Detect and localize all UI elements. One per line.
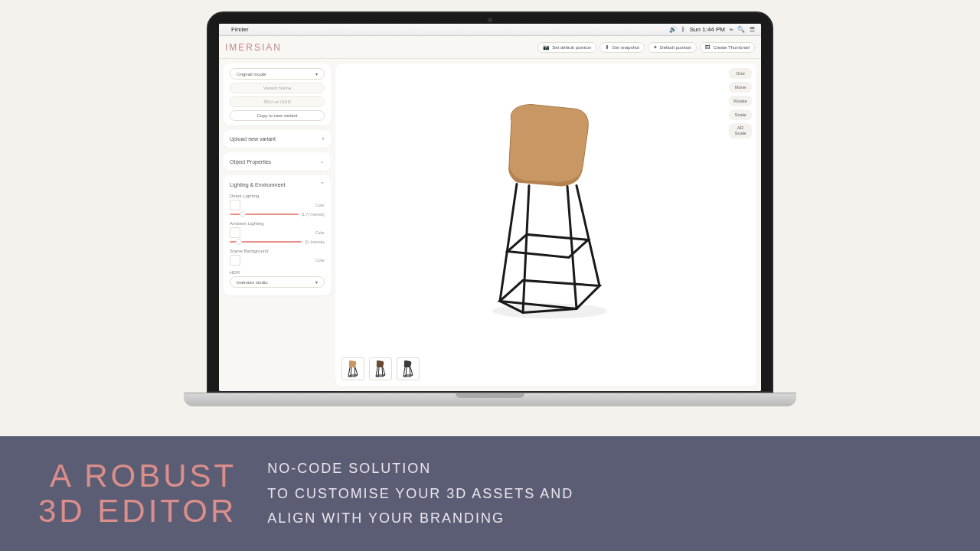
bluetooth-icon[interactable]: ᛒ	[681, 26, 685, 33]
model-dropdown[interactable]: Original model ▾	[230, 68, 325, 80]
hdr-label: HDR	[230, 270, 325, 275]
upload-variant-panel: Upload new variant +	[224, 130, 331, 148]
get-snapshot-button[interactable]: ⬇ Get snapshot	[599, 42, 645, 53]
scene-bg-row: Color	[230, 255, 325, 266]
menu-icon[interactable]: ☰	[750, 26, 755, 33]
promo-title-line-2: 3D EDITOR	[38, 494, 237, 529]
model-dropdown-label: Original model	[237, 72, 266, 77]
volume-icon[interactable]: 🔊	[669, 26, 677, 33]
grid-tool[interactable]: Grid	[729, 68, 752, 79]
variant-name-input[interactable]: Variant Name	[230, 83, 325, 93]
direct-intensity-row: (1.7) Intensity	[230, 212, 325, 217]
set-default-position-button[interactable]: 📷 Set default position	[537, 42, 596, 53]
app-header: IMERSIAN 📷 Set default position ⬇ Get sn…	[219, 36, 761, 59]
svg-point-0	[492, 303, 607, 318]
laptop-camera	[488, 18, 492, 22]
direct-intensity-value: (1.7) Intensity	[302, 212, 325, 217]
camera-icon: 📷	[543, 44, 550, 51]
create-thumbnail-button[interactable]: 🖼 Create Thumbnail	[700, 42, 755, 53]
scene-bg-swatch[interactable]	[230, 255, 240, 266]
upload-variant-label: Upload new variant	[230, 136, 276, 142]
target-icon: ✦	[653, 44, 658, 51]
ambient-color-swatch[interactable]	[230, 227, 240, 238]
variant-thumbnails	[341, 357, 420, 380]
direct-color-swatch[interactable]	[230, 200, 240, 210]
laptop-notch	[456, 393, 524, 398]
menubar-app[interactable]: Finder	[231, 26, 249, 33]
brand-logo: IMERSIAN	[225, 42, 282, 53]
object-properties-panel: Object Properties ⌄	[224, 152, 331, 171]
set-default-label: Set default position	[552, 45, 591, 50]
move-tool[interactable]: Move	[729, 82, 752, 93]
lighting-header[interactable]: Lighting & Environment ⌃	[230, 180, 325, 189]
spotlight-icon[interactable]: 🔍	[737, 26, 745, 33]
promo-line-3: ALIGN WITH YOUR BRANDING	[267, 506, 573, 530]
ambient-intensity-value: (1) Intensity	[305, 240, 325, 244]
promo-banner: A ROBUST 3D EDITOR NO-CODE SOLUTION TO C…	[0, 436, 980, 551]
ar-scale-label: Scale	[733, 131, 747, 136]
ar-label: AR	[733, 126, 747, 131]
color-label: Color	[315, 203, 325, 207]
hdr-value: Imersian studio	[237, 280, 268, 285]
header-actions: 📷 Set default position ⬇ Get snapshot ✦ …	[537, 42, 755, 53]
laptop-base	[184, 393, 796, 406]
slider-thumb[interactable]	[240, 211, 246, 217]
direct-lighting-label: Direct Lighting	[230, 194, 325, 198]
promo-title: A ROBUST 3D EDITOR	[38, 458, 237, 529]
color-label: Color	[315, 230, 325, 235]
scene-bg-label: Scene Background	[230, 249, 325, 253]
ar-scale-tool[interactable]: AR Scale	[729, 123, 752, 139]
default-position-button[interactable]: ✦ Default position	[648, 42, 697, 53]
promo-copy: NO-CODE SOLUTION TO CUSTOMISE YOUR 3D AS…	[267, 456, 573, 530]
thumbnail-variant-1[interactable]	[341, 357, 364, 380]
copy-variant-button[interactable]: Copy to new variant	[230, 110, 325, 121]
scale-tool[interactable]: Scale	[729, 109, 752, 120]
plus-icon: +	[322, 136, 325, 142]
ambient-intensity-slider[interactable]	[230, 241, 302, 243]
sidebar: Original model ▾ Variant Name SKU or UUI…	[224, 64, 331, 386]
mac-menubar: Finder 🔊 ᛒ Sun 1:44 PM ⧜ 🔍 ☰	[219, 24, 761, 36]
model-panel: Original model ▾ Variant Name SKU or UUI…	[224, 64, 331, 126]
laptop-mockup: Finder 🔊 ᛒ Sun 1:44 PM ⧜ 🔍 ☰ IMERSIAN	[207, 11, 773, 406]
default-pos-label: Default position	[660, 45, 691, 50]
thumbnail-variant-3[interactable]	[397, 357, 420, 380]
direct-intensity-slider[interactable]	[230, 214, 299, 215]
thumbnail-variant-2[interactable]	[369, 357, 392, 380]
app-window: IMERSIAN 📷 Set default position ⬇ Get sn…	[219, 36, 761, 391]
sku-input[interactable]: SKU or UUID	[230, 96, 325, 107]
laptop-bezel: Finder 🔊 ᛒ Sun 1:44 PM ⧜ 🔍 ☰ IMERSIAN	[207, 11, 773, 393]
promo-line-1: NO-CODE SOLUTION	[267, 456, 573, 481]
download-icon: ⬇	[605, 44, 609, 51]
rotate-tool[interactable]: Rotate	[729, 96, 752, 106]
thumbnail-label: Create Thumbnail	[713, 45, 750, 50]
menubar-time[interactable]: Sun 1:44 PM	[690, 26, 725, 33]
chevron-up-icon: ⌃	[320, 181, 325, 187]
viewport[interactable]: Grid Move Rotate Scale AR Scale	[335, 64, 756, 386]
wifi-icon[interactable]: ⧜	[730, 26, 733, 33]
slider-thumb[interactable]	[236, 239, 242, 245]
side-tools: Grid Move Rotate Scale AR Scale	[729, 68, 752, 139]
color-label: Color	[315, 258, 325, 262]
object-properties-header[interactable]: Object Properties ⌄	[230, 157, 325, 166]
ambient-lighting-label: Ambient Lighting	[230, 221, 325, 226]
app-main: Original model ▾ Variant Name SKU or UUI…	[219, 59, 761, 391]
ambient-intensity-row: (1) Intensity	[230, 240, 325, 244]
laptop-screen: Finder 🔊 ᛒ Sun 1:44 PM ⧜ 🔍 ☰ IMERSIAN	[219, 24, 761, 391]
lighting-label: Lighting & Environment	[230, 182, 285, 187]
direct-color-row: Color	[230, 200, 325, 210]
chair-3d-model[interactable]	[462, 83, 630, 328]
lighting-panel: Lighting & Environment ⌃ Direct Lighting…	[224, 175, 331, 295]
promo-line-2: TO CUSTOMISE YOUR 3D ASSETS AND	[267, 481, 573, 506]
chevron-down-icon: ▾	[315, 71, 318, 77]
snapshot-label: Get snapshot	[612, 45, 639, 50]
image-icon: 🖼	[705, 44, 710, 50]
ambient-color-row: Color	[230, 227, 325, 238]
hdr-dropdown[interactable]: Imersian studio ▾	[230, 276, 325, 288]
chevron-down-icon: ⌄	[320, 158, 325, 165]
upload-variant-row[interactable]: Upload new variant +	[230, 135, 325, 143]
object-properties-label: Object Properties	[230, 159, 271, 165]
chevron-down-icon: ▾	[315, 279, 318, 285]
promo-title-line-1: A ROBUST	[38, 458, 237, 494]
